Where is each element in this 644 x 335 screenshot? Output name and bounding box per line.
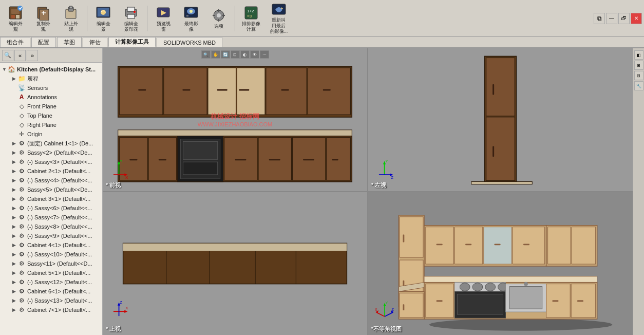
minimize-button[interactable]: — [606,13,617,24]
svg-rect-15 [127,14,135,18]
sb-collapse-btn[interactable]: « [14,50,26,61]
sb-expand-btn[interactable]: » [27,50,38,61]
viewport-front[interactable]: 🔍 ✋ 🔄 ⊡ ◐ 👁 ⋯ [103,48,367,191]
front-view-label: * 前视 [106,181,121,189]
svg-rect-46 [118,130,352,136]
svg-rect-43 [239,89,249,91]
render-calc-label: 排排影像 计算 [242,21,260,32]
tab-drawing[interactable]: 草图 [57,37,82,47]
tree-cabinet4[interactable]: ▶ ⚙ Cabinet 4<1> (Default<... [0,240,102,250]
tree-origin[interactable]: ✛ Origin [0,129,102,139]
viewports-grid: 🔍 ✋ 🔄 ⊡ ◐ 👁 ⋯ [103,48,633,335]
vp-zoom-btn[interactable]: 🔍 [201,50,211,59]
viewport-left[interactable]: Y Z * 左视 [368,48,633,191]
tree-sassy5[interactable]: ▶ ⚙ Sassy<5> (Default<<De... [0,185,102,194]
tab-mbd[interactable]: SOLIDWORKS MBD [157,37,222,47]
tree-front-plane[interactable]: ◇ Front Plane [0,102,102,111]
cabinet2-icon: ⚙ [17,167,26,175]
tree-sassy12[interactable]: ▶ ⚙ (-) Sassy<12> (Default<... [0,277,102,287]
recalc-icon [271,2,287,17]
svg-point-118 [472,283,483,291]
tree-sassy11[interactable]: ▶ ⚙ Sassy<11> (Default<<D... [0,259,102,268]
viewport-top[interactable]: X Z * 上视 [103,192,367,335]
tree-sassy8[interactable]: ▶ ⚙ (-) Sassy<8> (Default<<... [0,222,102,231]
options-button[interactable]: 选项 [205,2,232,35]
split-window-button[interactable]: ⧉ [594,13,605,24]
sb-filter-btn[interactable]: 🔍 [2,50,13,61]
tree-cabinet3[interactable]: ▶ ⚙ Cabinet 3<1> (Default<... [0,194,102,203]
toolbar-sep-3 [235,6,235,31]
tree-sassy2[interactable]: ▶ ⚙ Sassy<2> (Default<<De... [0,148,102,157]
tree-sassy3[interactable]: ▶ ⚙ (-) Sassy<3> (Default<<... [0,157,102,166]
preview-button[interactable]: 预览视 窗 [150,2,177,35]
recalc-button[interactable]: 重新叫 用最后 的影像... [266,2,292,35]
sassy10-icon: ⚙ [17,250,26,258]
svg-point-21 [190,10,193,13]
tab-evaluate[interactable]: 评估 [83,37,107,47]
tree-cabinet5[interactable]: ▶ ⚙ Cabinet 5<1> (Default<... [0,268,102,277]
svg-rect-71 [486,58,515,116]
tab-render[interactable]: 计算影像工具 [108,37,156,47]
svg-rect-39 [308,68,350,115]
final-button[interactable]: 最终影 像 [178,2,204,35]
tree-cabinet2[interactable]: ▶ ⚙ Cabinet 2<1> (Default<... [0,166,102,176]
annotations-icon: A [17,93,26,101]
tree-right-plane[interactable]: ◇ Right Plane [0,120,102,129]
edit-full-button[interactable]: 编辑全 景 [90,2,117,35]
tree-sassy9[interactable]: ▶ ⚙ (-) Sassy<9> (Default<<... [0,231,102,240]
rp-btn-1[interactable]: ◧ [634,50,643,60]
edit-full-icon [95,5,111,21]
tree-history[interactable]: ▶ 📁 履程 [0,74,102,83]
svg-rect-38 [266,68,307,115]
edit-print-button[interactable]: 编辑全 景印花 [118,2,144,35]
vp-more-btn[interactable]: ⋯ [260,50,269,59]
top-plane-icon: ◇ [17,111,26,120]
edit-print-icon [123,5,139,21]
restore-button[interactable]: 🗗 [618,13,630,24]
render-calc-button[interactable]: 1+2=3 排排影像 计算 [238,2,264,35]
svg-rect-57 [327,138,351,180]
viewport-iso[interactable]: Y X Z *不等角视图 [368,192,633,335]
svg-rect-75 [471,181,532,184]
vp-shading-btn[interactable]: ◐ [240,50,250,59]
tree-sassy13[interactable]: ▶ ⚙ (-) Sassy<13> (Default<... [0,296,102,305]
svg-rect-102 [454,227,482,264]
svg-rect-111 [572,227,596,264]
tree-top-plane[interactable]: ◇ Top Plane [0,111,102,120]
tree-annotations[interactable]: A Annotations [0,92,102,102]
svg-rect-129 [553,300,559,302]
svg-rect-52 [183,142,217,160]
rp-btn-3[interactable]: ⊟ [634,71,643,80]
copy-outer-button[interactable]: 复制外 观 [30,2,56,35]
svg-rect-73 [493,84,494,95]
svg-rect-87 [123,243,347,251]
svg-rect-128 [437,300,443,302]
rp-btn-4[interactable]: 🔧 [634,81,643,90]
svg-text:X: X [125,306,128,310]
vp-rotate-btn[interactable]: 🔄 [221,50,230,59]
paste-outer-button[interactable]: 贴上外 观 [58,2,84,35]
tree-cabinet6[interactable]: ▶ ⚙ Cabinet 6<1> (Default<... [0,287,102,296]
tree-cabinet1[interactable]: ▶ ⚙ (固定) Cabinet 1<1> (De... [0,139,102,148]
tree-root[interactable]: ▼ 🏠 Kitchen (Default<Display St... [0,65,102,74]
right-panel: ◧ ⊞ ⊟ 🔧 [633,48,644,335]
vp-fit-btn[interactable]: ⊡ [231,50,240,59]
svg-rect-26 [218,19,219,22]
edit-outer-button[interactable]: 编辑外 观 [2,2,29,35]
tree-cabinet7[interactable]: ▶ ⚙ Cabinet 7<1> (Default<... [0,305,102,314]
svg-rect-61 [269,159,280,160]
tab-config[interactable]: 配置 [31,37,56,47]
svg-rect-45 [323,89,331,91]
close-button[interactable]: ✕ [631,13,642,24]
rp-btn-2[interactable]: ⊞ [634,61,643,70]
tab-assembly[interactable]: 组合件 [0,37,30,47]
front-axes: Y X [109,159,129,181]
vp-pan-btn[interactable]: ✋ [211,50,220,59]
tree-sensors[interactable]: 📡 Sensors [0,83,102,92]
svg-point-16 [134,11,136,13]
tree-sassy10[interactable]: ▶ ⚙ (-) Sassy<10> (Default<... [0,250,102,259]
vp-hide-btn[interactable]: 👁 [250,50,259,59]
tree-sassy6[interactable]: ▶ ⚙ (-) Sassy<6> (Default<<... [0,203,102,213]
tree-sassy4[interactable]: ▶ ⚙ (-) Sassy<4> (Default<<... [0,176,102,185]
tree-sassy7[interactable]: ▶ ⚙ (-) Sassy<7> (Default<<... [0,213,102,222]
